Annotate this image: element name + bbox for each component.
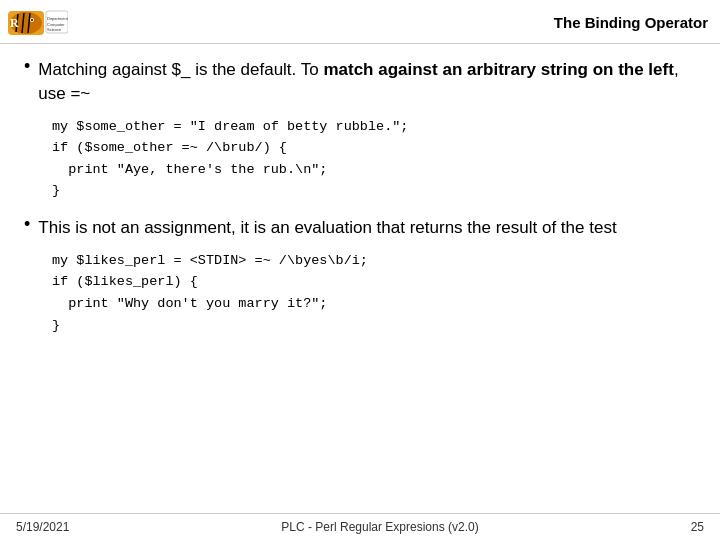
code-line: } — [52, 180, 696, 202]
code-line: if ($likes_perl) { — [52, 271, 696, 293]
bullet-item-1: • Matching against $_ is the default. To… — [24, 58, 696, 106]
header: R Department of Computer Science The Bin… — [0, 0, 720, 44]
tiger-logo: R Department of Computer Science — [8, 7, 68, 39]
svg-point-6 — [31, 19, 33, 21]
page-title: The Binding Operator — [554, 14, 708, 31]
svg-text:Science: Science — [47, 27, 62, 32]
bullet-text-2: This is not an assignment, it is an eval… — [38, 216, 616, 240]
code-block-1: my $some_other = "I dream of betty rubbl… — [52, 116, 696, 202]
code-line: print "Aye, there's the rub.\n"; — [52, 159, 696, 181]
bullet-dot-1: • — [24, 56, 30, 77]
footer: 5/19/2021 PLC - Perl Regular Expresions … — [0, 513, 720, 540]
code-line: if ($some_other =~ /\brub/) { — [52, 137, 696, 159]
footer-center: PLC - Perl Regular Expresions (v2.0) — [281, 520, 478, 534]
svg-text:Department of: Department of — [47, 16, 68, 21]
bullet-text-1: Matching against $_ is the default. To m… — [38, 58, 696, 106]
code-line: print "Why don't you marry it?"; — [52, 293, 696, 315]
footer-date: 5/19/2021 — [16, 520, 69, 534]
bullet-item-2: • This is not an assignment, it is an ev… — [24, 216, 696, 240]
svg-text:R: R — [10, 16, 19, 30]
code-line: } — [52, 315, 696, 337]
main-content: • Matching against $_ is the default. To… — [0, 44, 720, 360]
code-line: my $some_other = "I dream of betty rubbl… — [52, 116, 696, 138]
code-line: my $likes_perl = <STDIN> =~ /\byes\b/i; — [52, 250, 696, 272]
footer-page: 25 — [691, 520, 704, 534]
bullet-dot-2: • — [24, 214, 30, 235]
logo-area: R Department of Computer Science — [8, 7, 68, 39]
code-block-2: my $likes_perl = <STDIN> =~ /\byes\b/i; … — [52, 250, 696, 336]
